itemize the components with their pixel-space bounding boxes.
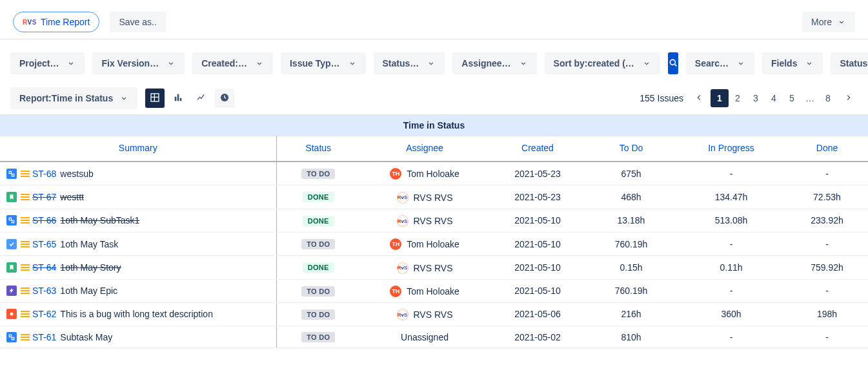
cell-created: 2021-05-02 bbox=[489, 326, 586, 348]
subtask-icon bbox=[6, 332, 17, 342]
search-button[interactable] bbox=[668, 52, 678, 74]
cell-created: 2021-05-23 bbox=[489, 185, 586, 209]
priority-medium-icon bbox=[21, 194, 30, 200]
issue-summary-text: westsub bbox=[60, 169, 93, 179]
report-select[interactable]: Report:Time in Status bbox=[10, 87, 137, 109]
filter-bar: Project… Fix Version… Created:… Issue Ty… bbox=[0, 39, 868, 74]
filter-project[interactable]: Project… bbox=[10, 52, 85, 74]
avatar: RvS bbox=[397, 192, 409, 203]
pager-page-5[interactable]: 5 bbox=[783, 89, 801, 107]
assignee-name: Unassigned bbox=[401, 332, 449, 342]
status-badge: TO DO bbox=[301, 309, 335, 320]
table-row: ST-67westttDONERvSRVS RVS2021-05-23468h1… bbox=[0, 185, 868, 209]
issue-key-link[interactable]: ST-67 bbox=[32, 192, 56, 202]
more-button[interactable]: More bbox=[802, 12, 855, 32]
filter-issue-type[interactable]: Issue Typ… bbox=[281, 52, 366, 74]
pager-page-2[interactable]: 2 bbox=[729, 89, 747, 107]
issue-key-link[interactable]: ST-62 bbox=[32, 309, 56, 319]
story-icon bbox=[6, 262, 17, 273]
pager-page-8[interactable]: 8 bbox=[819, 89, 837, 107]
status-badge: DONE bbox=[303, 262, 334, 273]
filter-project-label: Project… bbox=[19, 58, 59, 68]
col-todo[interactable]: To Do bbox=[586, 136, 676, 162]
filter-status-label: Status… bbox=[383, 58, 419, 68]
cell-done: 72.53h bbox=[786, 185, 868, 209]
table-row: ST-641oth May StoryDONERvSRVS RVS2021-05… bbox=[0, 256, 868, 280]
assignee-name: Tom Holoake bbox=[407, 169, 459, 179]
col-status[interactable]: Status bbox=[276, 136, 360, 162]
filter-search-more[interactable]: Searc… bbox=[686, 52, 754, 74]
issue-key-link[interactable]: ST-65 bbox=[32, 239, 56, 249]
assignee-name: RVS RVS bbox=[414, 309, 453, 320]
issue-summary-text: This is a bug with long text description bbox=[60, 309, 213, 319]
filter-created[interactable]: Created:… bbox=[192, 52, 273, 74]
priority-medium-icon bbox=[21, 217, 30, 224]
view-line-chart-button[interactable] bbox=[192, 89, 211, 108]
filter-sort-label: Sort by:created (… bbox=[554, 58, 634, 68]
view-bar-chart-button[interactable] bbox=[168, 89, 188, 108]
filter-search-more-label: Searc… bbox=[695, 58, 729, 68]
save-as-button[interactable]: Save as.. bbox=[110, 12, 165, 32]
view-time-button[interactable] bbox=[215, 89, 234, 108]
status-badge: TO DO bbox=[301, 239, 335, 249]
bug-icon bbox=[6, 309, 17, 319]
priority-medium-icon bbox=[21, 264, 30, 271]
chevron-down-icon bbox=[255, 59, 264, 68]
cell-inprogress: - bbox=[676, 279, 786, 302]
col-assignee[interactable]: Assignee bbox=[360, 136, 489, 162]
cell-inprogress: 513.08h bbox=[676, 209, 786, 233]
pager-prev[interactable] bbox=[690, 89, 708, 107]
issue-key-link[interactable]: ST-61 bbox=[32, 332, 56, 342]
pager-page-4[interactable]: 4 bbox=[765, 89, 783, 107]
col-created[interactable]: Created bbox=[489, 136, 586, 162]
time-report-label: Time Report bbox=[41, 17, 90, 27]
avatar: RvS bbox=[397, 215, 409, 227]
cell-inprogress: - bbox=[676, 326, 786, 348]
table-row: ST-61Subtask MayTO DOUnassigned2021-05-0… bbox=[0, 326, 868, 348]
cell-created: 2021-05-23 bbox=[489, 162, 586, 185]
avatar: RvS bbox=[397, 262, 409, 274]
filter-fix-version[interactable]: Fix Version… bbox=[92, 52, 185, 74]
filter-fields[interactable]: Fields bbox=[762, 52, 823, 74]
priority-medium-icon bbox=[21, 334, 30, 340]
subtask-icon bbox=[6, 215, 17, 225]
col-done[interactable]: Done bbox=[786, 136, 868, 162]
issue-summary-text: 1oth May Story bbox=[60, 262, 121, 273]
issue-key-link[interactable]: ST-66 bbox=[32, 215, 56, 225]
status-badge: TO DO bbox=[301, 332, 335, 342]
cell-todo: 675h bbox=[586, 162, 676, 185]
cell-created: 2021-05-10 bbox=[489, 279, 586, 302]
line-chart-icon bbox=[196, 92, 207, 105]
filter-created-label: Created:… bbox=[201, 58, 247, 68]
assignee-name: Tom Holoake bbox=[407, 286, 459, 297]
pager-page-1[interactable]: 1 bbox=[711, 89, 729, 107]
col-summary[interactable]: Summary bbox=[0, 136, 276, 162]
cell-done: 759.92h bbox=[786, 256, 868, 280]
priority-medium-icon bbox=[21, 241, 30, 247]
issue-key-link[interactable]: ST-63 bbox=[32, 286, 56, 296]
issue-key-link[interactable]: ST-64 bbox=[32, 262, 56, 273]
issues-count: 155 Issues bbox=[640, 93, 683, 103]
issue-key-link[interactable]: ST-68 bbox=[32, 169, 56, 179]
status-badge: TO DO bbox=[301, 286, 335, 297]
cell-todo: 760.19h bbox=[586, 279, 676, 302]
filter-assignee[interactable]: Assignee… bbox=[452, 52, 536, 74]
pager-page-3[interactable]: 3 bbox=[747, 89, 765, 107]
svg-point-0 bbox=[670, 59, 675, 65]
table-row: ST-62This is a bug with long text descri… bbox=[0, 302, 868, 326]
story-icon bbox=[6, 192, 17, 202]
time-report-button[interactable]: RVS Time Report bbox=[13, 12, 99, 32]
chevron-down-icon bbox=[519, 59, 528, 68]
pager-next[interactable] bbox=[840, 89, 858, 107]
filter-sort[interactable]: Sort by:created (… bbox=[545, 52, 660, 74]
cell-todo: 0.15h bbox=[586, 256, 676, 280]
col-inprog[interactable]: In Progress bbox=[676, 136, 786, 162]
chevron-down-icon bbox=[119, 94, 128, 103]
priority-medium-icon bbox=[21, 311, 30, 317]
priority-medium-icon bbox=[21, 171, 30, 177]
filter-status[interactable]: Status… bbox=[374, 52, 445, 74]
chevron-down-icon bbox=[427, 59, 436, 68]
table-row: ST-661oth May SubTask1DONERvSRVS RVS2021… bbox=[0, 209, 868, 233]
view-table-button[interactable] bbox=[145, 89, 165, 108]
filter-statuses[interactable]: Statuses bbox=[831, 52, 868, 74]
